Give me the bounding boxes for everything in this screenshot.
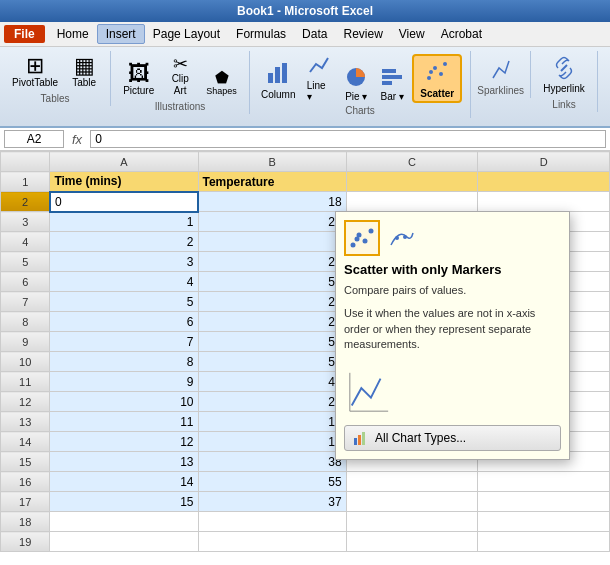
svg-rect-1: [275, 67, 280, 83]
cell-reference-box[interactable]: [4, 130, 64, 148]
cell-B19[interactable]: [198, 532, 346, 552]
cell-A3[interactable]: 1: [50, 212, 198, 232]
text-box-button[interactable]: A TextBox: [606, 53, 610, 111]
menu-page-layout[interactable]: Page Layout: [145, 25, 228, 43]
cell-A12[interactable]: 10: [50, 392, 198, 412]
ribbon-group-tables: ⊞ PivotTable ▦ Table Tables: [0, 51, 111, 106]
cell-B7[interactable]: 27: [198, 292, 346, 312]
cell-C18[interactable]: [346, 512, 478, 532]
ribbon-group-illustrations: 🖼 Picture ✂ ClipArt ⬟ Shapes Illustratio…: [111, 51, 250, 114]
cell-D2[interactable]: [478, 192, 610, 212]
cell-A1[interactable]: Time (mins): [50, 172, 198, 192]
cell-A11[interactable]: 9: [50, 372, 198, 392]
cell-D16[interactable]: [478, 472, 610, 492]
cell-C19[interactable]: [346, 532, 478, 552]
scatter-line-preview[interactable]: [344, 367, 394, 417]
cell-B2[interactable]: 18: [198, 192, 346, 212]
cell-B9[interactable]: 56: [198, 332, 346, 352]
cell-B15[interactable]: 38: [198, 452, 346, 472]
cell-A10[interactable]: 8: [50, 352, 198, 372]
cell-C1[interactable]: [346, 172, 478, 192]
cell-A15[interactable]: 13: [50, 452, 198, 472]
line-chart-button[interactable]: Line ▾: [303, 53, 337, 103]
cell-A8[interactable]: 6: [50, 312, 198, 332]
cell-A18[interactable]: [50, 512, 198, 532]
cell-A4[interactable]: 2: [50, 232, 198, 252]
cell-B11[interactable]: 41: [198, 372, 346, 392]
cell-B5[interactable]: 26: [198, 252, 346, 272]
svg-point-17: [351, 243, 356, 248]
svg-point-10: [443, 62, 447, 66]
col-header-d[interactable]: D: [478, 152, 610, 172]
menu-review[interactable]: Review: [335, 25, 390, 43]
menu-view[interactable]: View: [391, 25, 433, 43]
cell-B6[interactable]: 53: [198, 272, 346, 292]
fx-label: fx: [68, 132, 86, 147]
scatter-popup-desc2: Use it when the values are not in x-axis…: [344, 306, 561, 352]
row-header-col: [1, 152, 50, 172]
menu-formulas[interactable]: Formulas: [228, 25, 294, 43]
cell-A13[interactable]: 11: [50, 412, 198, 432]
cell-A14[interactable]: 12: [50, 432, 198, 452]
cell-A5[interactable]: 3: [50, 252, 198, 272]
cell-A17[interactable]: 15: [50, 492, 198, 512]
pie-chart-button[interactable]: Pie ▾: [340, 64, 372, 103]
cell-B17[interactable]: 37: [198, 492, 346, 512]
cell-B1[interactable]: Temperature: [198, 172, 346, 192]
cell-B13[interactable]: 13: [198, 412, 346, 432]
svg-point-9: [439, 72, 443, 76]
cell-C17[interactable]: [346, 492, 478, 512]
col-header-a[interactable]: A: [50, 152, 198, 172]
col-header-b[interactable]: B: [198, 152, 346, 172]
scatter-chart-button[interactable]: Scatter: [412, 54, 462, 103]
menu-insert[interactable]: Insert: [97, 24, 145, 44]
cell-D17[interactable]: [478, 492, 610, 512]
cell-B8[interactable]: 22: [198, 312, 346, 332]
shapes-button[interactable]: ⬟ Shapes: [202, 68, 241, 99]
cell-B12[interactable]: 26: [198, 392, 346, 412]
cell-B16[interactable]: 55: [198, 472, 346, 492]
hyperlink-button[interactable]: Hyperlink: [539, 53, 589, 97]
svg-point-7: [427, 76, 431, 80]
cell-B10[interactable]: 54: [198, 352, 346, 372]
cell-A19[interactable]: [50, 532, 198, 552]
cell-D19[interactable]: [478, 532, 610, 552]
table-row: 2018: [1, 192, 610, 212]
scatter-chart-icon: [423, 58, 451, 88]
cell-A16[interactable]: 14: [50, 472, 198, 492]
menu-acrobat[interactable]: Acrobat: [433, 25, 490, 43]
scatter-popup: Scatter with only Markers Compare pairs …: [335, 211, 570, 460]
cell-C16[interactable]: [346, 472, 478, 492]
cell-D18[interactable]: [478, 512, 610, 532]
cell-B18[interactable]: [198, 512, 346, 532]
table-row: 171537: [1, 492, 610, 512]
cell-B3[interactable]: 29: [198, 212, 346, 232]
pivot-table-button[interactable]: ⊞ PivotTable: [8, 53, 62, 91]
cell-A2[interactable]: 0: [50, 192, 198, 212]
svg-point-23: [403, 235, 407, 239]
table-button[interactable]: ▦ Table: [66, 53, 102, 91]
cell-A9[interactable]: 7: [50, 332, 198, 352]
cell-A6[interactable]: 4: [50, 272, 198, 292]
cell-C2[interactable]: [346, 192, 478, 212]
menu-home[interactable]: Home: [49, 25, 97, 43]
svg-point-19: [363, 239, 368, 244]
svg-rect-26: [354, 438, 357, 445]
all-chart-types-button[interactable]: All Chart Types...: [344, 425, 561, 451]
formula-bar: fx: [0, 128, 610, 151]
cell-B14[interactable]: 19: [198, 432, 346, 452]
file-menu[interactable]: File: [4, 25, 45, 43]
clip-art-button[interactable]: ✂ ClipArt: [162, 53, 198, 99]
cell-B4[interactable]: 4: [198, 232, 346, 252]
pie-chart-icon: [344, 65, 368, 91]
column-chart-button[interactable]: Column: [258, 59, 299, 103]
scatter-smooth-lines-icon[interactable]: [384, 220, 420, 256]
col-header-c[interactable]: C: [346, 152, 478, 172]
formula-input[interactable]: [90, 130, 606, 148]
cell-A7[interactable]: 5: [50, 292, 198, 312]
bar-chart-button[interactable]: Bar ▾: [376, 64, 408, 103]
cell-D1[interactable]: [478, 172, 610, 192]
menu-data[interactable]: Data: [294, 25, 335, 43]
picture-button[interactable]: 🖼 Picture: [119, 61, 158, 99]
scatter-markers-icon[interactable]: [344, 220, 380, 256]
